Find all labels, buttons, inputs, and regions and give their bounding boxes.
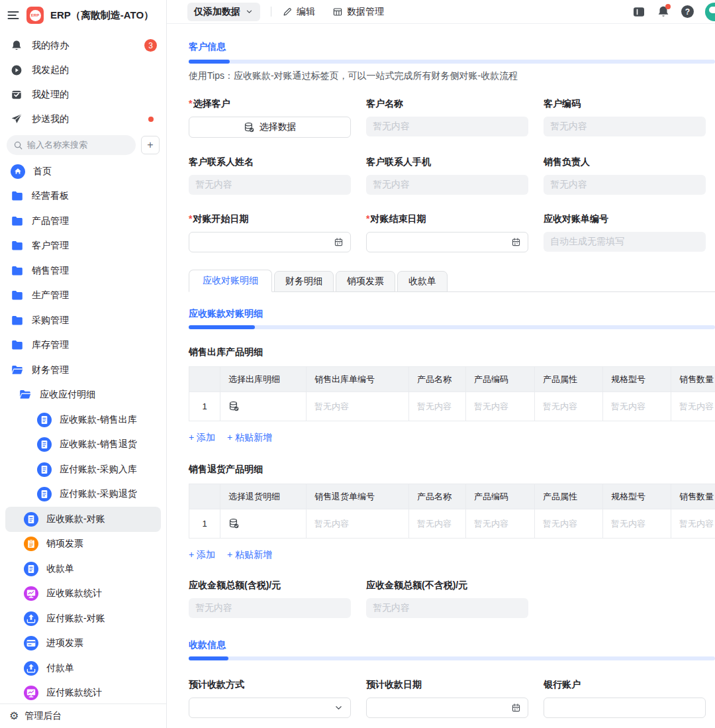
table-title-sales-outbound: 销售出库产品明细 [189, 346, 715, 358]
field-row-2: 客户联系人姓名 暂无内容 客户联系人手机 暂无内容 销售负责人 暂无内容 [189, 156, 715, 195]
paste-add-link[interactable]: + 粘贴新增 [227, 432, 272, 444]
collapse-sidebar-icon[interactable] [7, 9, 20, 22]
folder-icon [11, 338, 24, 352]
add-row-link[interactable]: + 添加 [189, 549, 215, 561]
paste-add-link[interactable]: + 粘贴新增 [227, 549, 272, 561]
search-input[interactable]: 输入名称来搜索 [7, 135, 136, 155]
bank-account-input[interactable] [544, 698, 706, 718]
sidebar-item-finance-mgmt[interactable]: 财务管理 [0, 358, 166, 383]
mode-dropdown[interactable]: 仅添加数据 [187, 3, 260, 21]
nav-label: 应付账款-对账 [46, 613, 105, 625]
statement-no-field: 自动生成无需填写 [544, 232, 706, 252]
section-progress-fill [189, 325, 255, 329]
sidebar-item-product-mgmt[interactable]: 产品管理 [0, 209, 166, 234]
tab-sales-invoice[interactable]: 销项发票 [336, 271, 395, 292]
payment-row: 预计收款方式 预计收款日期 银行账户 [189, 679, 715, 718]
sidebar-item-home[interactable]: 首页 [0, 159, 166, 184]
table-row: 1 暂无内容 暂无内容 暂无内容 暂无内容 暂无内容 暂无内容 [189, 509, 715, 539]
select-return-cell[interactable] [220, 509, 307, 539]
sidebar-item-ar-reconciliation[interactable]: 应收账款-对账 [5, 507, 161, 532]
sidebar-item-purchase-invoice[interactable]: 进项发票 [0, 631, 166, 656]
field-label-sales-owner: 销售负责人 [544, 156, 706, 168]
cell-spec-model: 暂无内容 [603, 392, 671, 421]
detail-tabs: 应收对账明细 财务明细 销项发票 收款单 [189, 270, 715, 292]
sidebar-item-ap-reconciliation[interactable]: 应付账款-对账 [0, 606, 166, 631]
help-icon[interactable]: ? [681, 5, 694, 18]
sidebar-item-sales-invoice[interactable]: 销项发票 [0, 532, 166, 557]
nav-label: 付款单 [46, 662, 74, 674]
sidebar-item-sales-mgmt[interactable]: 销售管理 [0, 258, 166, 284]
start-date-picker[interactable] [189, 232, 351, 252]
section-progress-fill [189, 656, 228, 660]
tab-finance-detail[interactable]: 财务明细 [274, 271, 334, 292]
home-icon [11, 164, 25, 179]
field-label-total-excl-tax: 应收金额总额(不含税)/元 [366, 580, 528, 592]
total-excl-tax-field: 暂无内容 [366, 598, 528, 618]
sidebar-item-my-processed[interactable]: 我处理的 [0, 82, 166, 107]
sidebar-item-procurement-mgmt[interactable]: 采购管理 [0, 308, 166, 333]
folder-icon [11, 189, 24, 203]
sidebar-item-my-initiated[interactable]: 我发起的 [0, 58, 166, 82]
toolbar-divider [271, 7, 271, 17]
nav-label: 采购管理 [32, 315, 69, 327]
field-label-customer-code: 客户编码 [544, 98, 706, 110]
sidebar-item-ar-ap-detail[interactable]: 应收应付明细 [0, 383, 166, 408]
sidebar-item-ar-statistics[interactable]: 应收账款统计 [0, 582, 166, 607]
sidebar-item-receipt[interactable]: 收款单 [0, 556, 166, 582]
unread-dot [148, 117, 154, 122]
document-icon [37, 413, 52, 427]
sidebar-item-production-mgmt[interactable]: 生产管理 [0, 284, 166, 309]
pencil-icon [282, 7, 293, 17]
cell-product-attr: 暂无内容 [535, 509, 603, 539]
calendar-icon [334, 237, 344, 247]
add-row-link[interactable]: + 添加 [189, 432, 215, 444]
toolbar-right: ? [632, 3, 715, 21]
data-manage-button[interactable]: 数据管理 [332, 6, 384, 18]
panel-toggle-icon[interactable] [632, 5, 645, 19]
section-progress [189, 325, 715, 329]
nav-label: 经营看板 [32, 190, 69, 202]
sidebar-item-my-todo[interactable]: 我的待办 3 [0, 33, 166, 58]
end-date-picker[interactable] [366, 232, 528, 252]
sidebar-item-dashboard[interactable]: 经营看板 [0, 184, 166, 209]
select-customer-data-button[interactable]: 选择数据 [189, 117, 351, 138]
nav-label: 应付账款-采购入库 [60, 464, 137, 476]
sidebar-item-ap-purchase-return[interactable]: 应付账款-采购退货 [0, 482, 166, 507]
sidebar-item-cc-to-me[interactable]: 抄送我的 [0, 107, 166, 131]
select-outbound-cell[interactable] [220, 392, 307, 421]
nav-label: 产品管理 [32, 215, 69, 227]
invoice-icon [24, 537, 38, 551]
table-actions: + 添加 + 粘贴新增 [189, 432, 715, 444]
admin-console-label: 管理后台 [24, 710, 62, 722]
pay-date-picker[interactable] [366, 698, 528, 718]
pay-method-select[interactable] [189, 698, 351, 718]
notification-bell-icon[interactable] [657, 5, 670, 19]
add-button[interactable]: + [141, 136, 160, 154]
field-label-customer-name: 客户名称 [366, 98, 528, 110]
sidebar-item-inventory-mgmt[interactable]: 库存管理 [0, 333, 166, 358]
folder-open-icon [19, 388, 32, 401]
cell-product-code: 暂无内容 [466, 392, 535, 421]
table-actions: + 添加 + 粘贴新增 [189, 549, 715, 561]
sales-owner-field: 暂无内容 [544, 175, 706, 195]
sidebar-item-ar-sales-return[interactable]: 应收账款-销售退货 [0, 433, 166, 458]
table-header-row: 选择退货明细 销售退货单编号 产品名称 产品编码 产品属性 规格型号 销售数量 [189, 484, 715, 509]
nav-label: 应付账款-采购退货 [60, 488, 137, 500]
edit-button[interactable]: 编辑 [282, 6, 315, 18]
search-icon [13, 140, 23, 150]
sidebar-item-admin-console[interactable]: ⚙ 管理后台 [0, 703, 166, 728]
avatar[interactable] [705, 3, 715, 21]
nav-label: 应收应付明细 [40, 389, 95, 401]
tab-receipt[interactable]: 收款单 [397, 271, 448, 292]
sidebar-item-ap-statistics[interactable]: 应付账款统计 [0, 681, 166, 704]
sidebar-item-ar-sales-outbound[interactable]: 应收账款-销售出库 [0, 407, 166, 433]
sidebar-item-payment[interactable]: 付款单 [0, 656, 166, 681]
quick-menu: 我的待办 3 我发起的 我处理的 抄送我的 [0, 33, 166, 131]
sidebar-item-ap-purchase-inbound[interactable]: 应付账款-采购入库 [0, 457, 166, 482]
sidebar-item-customer-mgmt[interactable]: 客户管理 [0, 234, 166, 259]
tab-ar-reconciliation-detail[interactable]: 应收对账明细 [189, 270, 272, 292]
nav-label: 财务管理 [32, 364, 69, 376]
quick-label: 我发起的 [32, 64, 157, 76]
grid-icon [332, 7, 343, 17]
table-title-sales-return: 销售退货产品明细 [189, 464, 715, 476]
